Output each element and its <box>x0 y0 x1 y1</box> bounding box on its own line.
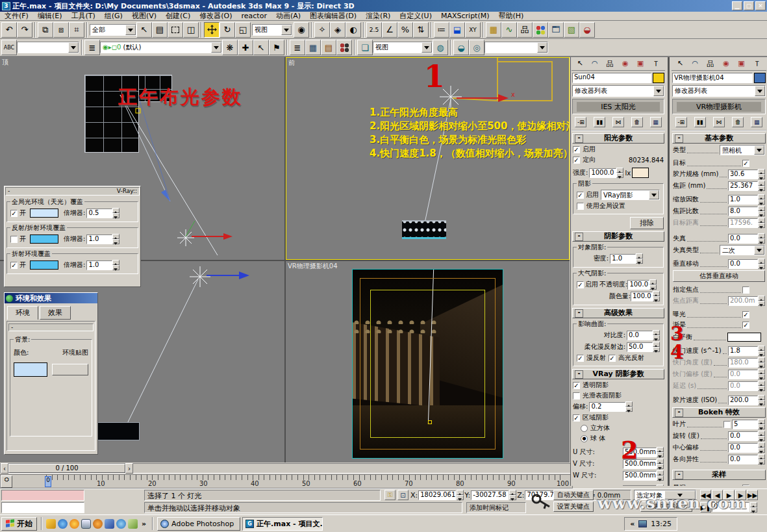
vray-dialog-titlebar[interactable]: - V-Ray:: <box>5 187 140 196</box>
use-global-checkbox[interactable] <box>577 203 584 210</box>
sun-enabled-checkbox[interactable]: ✓ <box>573 146 580 153</box>
schematic-view-button[interactable]: 品 <box>517 22 533 38</box>
film-speed-spinner[interactable] <box>758 395 765 405</box>
reference-coordinate-dropdown[interactable]: 视图 <box>252 24 292 36</box>
tab-environment[interactable]: 环境 <box>7 306 38 320</box>
tab-utilities-icon[interactable]: Ｔ <box>652 59 659 69</box>
soften-spinner[interactable] <box>653 342 660 352</box>
pin-stack-button[interactable]: -⊞ <box>575 117 586 127</box>
viewport-camera-label[interactable]: VR物理摄影机04 <box>288 262 338 271</box>
view-dropdown[interactable]: 视图 <box>373 42 433 53</box>
viewport-camera[interactable]: VR物理摄影机04 <box>286 261 570 462</box>
viewport-top-label[interactable]: 顶 <box>2 58 8 67</box>
sun-color-swatch[interactable] <box>632 168 649 178</box>
configure-modifier-sets-button[interactable]: ▦ <box>751 117 762 127</box>
refl-mult-field[interactable]: 1.0 <box>86 234 112 244</box>
bias-spinner[interactable] <box>625 401 633 412</box>
stack-item-ies-sun[interactable]: IES 太阳光 <box>577 102 660 112</box>
absolute-mode-button[interactable]: ⊡ <box>397 490 409 500</box>
rollout-sampling[interactable]: 采样 <box>672 470 766 480</box>
ql-icon-browser[interactable] <box>58 519 68 529</box>
quick-launch-more[interactable]: » <box>142 520 146 528</box>
tray-collapse-button[interactable]: « <box>630 520 635 528</box>
refl-color-swatch[interactable] <box>30 234 58 244</box>
gi-mult-field[interactable]: 0.5 <box>86 209 112 218</box>
object-color-swatch[interactable] <box>653 73 664 83</box>
tab-modify-icon[interactable]: ◠ <box>692 59 698 69</box>
menu-file[interactable]: 文件(F) <box>0 10 33 21</box>
viewport-front[interactable]: 前 x 1 1.正午阳光角度最高 2.阳光区域阴影相对缩小至500，使边缘相对清… <box>286 57 570 260</box>
modifier-list-dropdown[interactable]: 修改器列表 <box>572 85 664 97</box>
configure-modifier-sets-button[interactable]: ▦ <box>650 117 662 127</box>
dropdown-arrow-icon[interactable] <box>754 146 764 155</box>
bokeh-rotation-spinner[interactable] <box>758 431 765 441</box>
gi-on-checkbox[interactable]: ✓ <box>10 210 18 217</box>
spinner-snap-button[interactable]: ⇅ <box>413 22 429 38</box>
modifier-list-dropdown[interactable]: 修改器列表 <box>672 85 766 97</box>
atmos-on-checkbox[interactable]: ✓ <box>577 281 584 288</box>
zoom-factor-spinner[interactable] <box>758 194 765 205</box>
time-slider-handle[interactable]: 0 / 100 <box>8 464 125 473</box>
density-field[interactable]: 1.0 <box>610 254 636 264</box>
dropdown-arrow-icon[interactable] <box>421 42 432 53</box>
smooth-shadows-checkbox[interactable] <box>573 392 580 399</box>
film-speed-field[interactable]: 200.0 <box>728 396 758 405</box>
rollout-basic-parameters[interactable]: 基本参数 <box>672 133 766 144</box>
new-layer-button[interactable]: ❋ <box>222 40 238 55</box>
rectangular-region-button[interactable] <box>168 22 183 38</box>
distortion-spinner[interactable] <box>758 233 765 244</box>
color-dots-icon[interactable] <box>336 40 352 55</box>
box-radio[interactable] <box>581 425 588 432</box>
layer-properties-button[interactable]: ⚑ <box>269 40 284 55</box>
layers-icon[interactable]: ≣ <box>84 40 100 55</box>
rollout-vray-shadow-params[interactable]: VRay 阴影参数 <box>572 369 664 379</box>
selection-lock-button[interactable]: ⚿ <box>384 490 396 500</box>
dropdown-arrow-icon[interactable] <box>649 190 659 199</box>
menu-views[interactable]: 视图(V) <box>127 10 161 21</box>
exposure-checkbox[interactable]: ✓ <box>742 311 749 318</box>
shadow-on-checkbox[interactable]: ✓ <box>577 192 584 199</box>
redo-button[interactable]: ↷ <box>17 22 32 38</box>
maximize-button[interactable]: ▢ <box>744 1 754 10</box>
dropdown-arrow-icon[interactable] <box>281 25 292 35</box>
render-type-button[interactable]: ▧ <box>564 22 579 38</box>
set-key-button[interactable]: 设置关键点 <box>553 501 594 512</box>
show-end-result-button[interactable]: ▮▮ <box>694 117 706 127</box>
menu-modifiers[interactable]: 修改器(O) <box>195 10 236 21</box>
tab-utilities-icon[interactable]: Ｔ <box>753 59 761 69</box>
material-editor-button[interactable] <box>533 22 548 38</box>
menu-reactor[interactable]: reactor <box>237 11 271 21</box>
macro-recorder-icon[interactable]: ABC <box>1 40 17 55</box>
sun-targeted-checkbox[interactable]: ✓ <box>573 157 580 164</box>
tab-motion-icon[interactable]: ◉ <box>622 59 629 69</box>
angle-snap-button[interactable]: ∠ <box>382 22 397 38</box>
menu-graph-editors[interactable]: 图表编辑器(D) <box>305 10 361 21</box>
edit-named-selections-button[interactable]: ≔ <box>434 22 449 38</box>
env-map-button[interactable] <box>52 364 88 375</box>
bg-color-swatch[interactable] <box>14 362 47 377</box>
pin-stack-button[interactable]: -⊞ <box>675 117 687 127</box>
maxscript-mini-listener-white[interactable] <box>1 502 84 513</box>
refr-color-swatch[interactable] <box>30 260 58 270</box>
anisotropy-field[interactable]: 0.0 <box>728 455 758 464</box>
maxscript-mini-listener-pink[interactable] <box>1 490 84 501</box>
use-pivot-center-button[interactable]: ◉ <box>294 22 309 38</box>
diffuse-checkbox[interactable]: ✓ <box>577 355 584 362</box>
percent-snap-button[interactable]: % <box>397 22 413 38</box>
menu-customize[interactable]: 自定义(U) <box>395 10 436 21</box>
show-end-result-button[interactable]: ▮▮ <box>594 117 605 127</box>
anisotropy-spinner[interactable] <box>758 454 765 464</box>
center-bias-spinner[interactable] <box>758 442 765 453</box>
specify-focus-checkbox[interactable] <box>742 286 749 294</box>
tab-hierarchy-icon[interactable]: 品 <box>607 59 614 69</box>
keyboard-shortcut-toggle-button[interactable]: ◈ <box>330 22 346 38</box>
tab-motion-icon[interactable]: ◉ <box>723 59 729 69</box>
y-spinner[interactable] <box>509 490 516 500</box>
menu-group[interactable]: 组(G) <box>100 10 127 21</box>
stack-icon[interactable]: ≣ <box>290 40 305 55</box>
object-color-swatch[interactable] <box>754 73 766 83</box>
dropdown-arrow-icon[interactable] <box>755 86 765 96</box>
render-preset-dropdown[interactable] <box>484 42 548 53</box>
track-bar[interactable]: 0 1020 3040 5060 7080 90100 ⛭ <box>0 474 573 488</box>
menu-animation[interactable]: 动画(A) <box>271 10 305 21</box>
